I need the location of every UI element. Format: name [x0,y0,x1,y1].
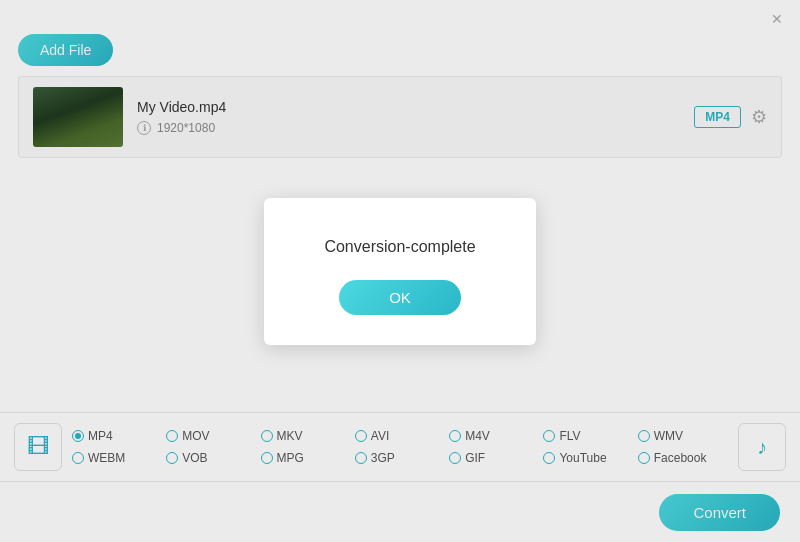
modal-overlay: Conversion-complete OK [0,0,800,542]
modal-dialog: Conversion-complete OK [264,198,535,345]
modal-title: Conversion-complete [324,238,475,256]
ok-button[interactable]: OK [339,280,461,315]
